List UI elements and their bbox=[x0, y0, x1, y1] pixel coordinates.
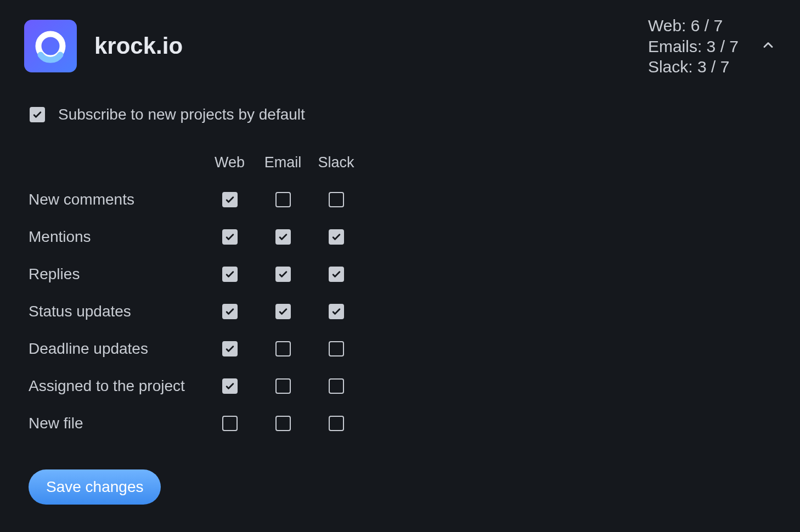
email-checkbox[interactable] bbox=[275, 229, 291, 245]
web-checkbox[interactable] bbox=[222, 304, 238, 319]
table-row: Mentions bbox=[29, 228, 776, 246]
table-row: Assigned to the project bbox=[29, 377, 776, 395]
summary-web: Web: 6 / 7 bbox=[648, 15, 739, 36]
table-row: New file bbox=[29, 415, 776, 432]
summary-slack: Slack: 3 / 7 bbox=[648, 56, 739, 77]
subscribe-default-label: Subscribe to new projects by default bbox=[58, 106, 305, 123]
column-email: Email bbox=[256, 154, 309, 171]
cell-slack bbox=[309, 229, 363, 245]
subscribe-default-row: Subscribe to new projects by default bbox=[30, 106, 776, 123]
email-checkbox[interactable] bbox=[275, 304, 291, 319]
cell-email bbox=[256, 229, 309, 245]
table-row: Status updates bbox=[29, 303, 776, 320]
row-label: Status updates bbox=[29, 303, 203, 320]
brand-name: krock.io bbox=[94, 33, 183, 59]
slack-checkbox[interactable] bbox=[329, 267, 344, 282]
cell-email bbox=[256, 192, 309, 207]
collapse-toggle[interactable] bbox=[760, 37, 776, 55]
table-header: Web Email Slack bbox=[29, 154, 776, 171]
cell-web bbox=[203, 267, 256, 282]
cell-slack bbox=[309, 416, 363, 431]
web-checkbox[interactable] bbox=[222, 229, 238, 245]
brand-logo-icon bbox=[33, 29, 68, 64]
slack-checkbox[interactable] bbox=[329, 341, 344, 356]
table-row: Deadline updates bbox=[29, 340, 776, 358]
cell-web bbox=[203, 192, 256, 207]
cell-email bbox=[256, 341, 309, 356]
cell-slack bbox=[309, 192, 363, 207]
table-row: Replies bbox=[29, 265, 776, 283]
email-checkbox[interactable] bbox=[275, 192, 291, 207]
email-checkbox[interactable] bbox=[275, 341, 291, 356]
cell-web bbox=[203, 304, 256, 319]
cell-email bbox=[256, 416, 309, 431]
row-label: New comments bbox=[29, 191, 203, 208]
cell-slack bbox=[309, 341, 363, 356]
slack-checkbox[interactable] bbox=[329, 416, 344, 431]
email-checkbox[interactable] bbox=[275, 267, 291, 282]
web-checkbox[interactable] bbox=[222, 378, 238, 394]
header: krock.io Web: 6 / 7 Emails: 3 / 7 Slack:… bbox=[24, 15, 776, 77]
row-label: Deadline updates bbox=[29, 340, 203, 358]
summary-emails: Emails: 3 / 7 bbox=[648, 36, 739, 57]
web-checkbox[interactable] bbox=[222, 416, 238, 431]
summary-counts: Web: 6 / 7 Emails: 3 / 7 Slack: 3 / 7 bbox=[648, 15, 739, 77]
slack-checkbox[interactable] bbox=[329, 229, 344, 245]
cell-email bbox=[256, 378, 309, 394]
table-row: New comments bbox=[29, 191, 776, 208]
email-checkbox[interactable] bbox=[275, 378, 291, 394]
notification-table: Web Email Slack New commentsMentionsRepl… bbox=[29, 154, 776, 432]
cell-slack bbox=[309, 304, 363, 319]
slack-checkbox[interactable] bbox=[329, 304, 344, 319]
column-slack: Slack bbox=[309, 154, 363, 171]
summary-panel: Web: 6 / 7 Emails: 3 / 7 Slack: 3 / 7 bbox=[648, 15, 776, 77]
cell-email bbox=[256, 304, 309, 319]
cell-email bbox=[256, 267, 309, 282]
row-label: Mentions bbox=[29, 228, 203, 246]
subscribe-default-checkbox[interactable] bbox=[30, 107, 45, 122]
web-checkbox[interactable] bbox=[222, 267, 238, 282]
row-label: Replies bbox=[29, 265, 203, 283]
column-web: Web bbox=[203, 154, 256, 171]
email-checkbox[interactable] bbox=[275, 416, 291, 431]
chevron-up-icon bbox=[760, 37, 776, 53]
save-button[interactable]: Save changes bbox=[29, 469, 161, 505]
brand-logo bbox=[24, 20, 77, 72]
cell-web bbox=[203, 416, 256, 431]
web-checkbox[interactable] bbox=[222, 341, 238, 356]
cell-slack bbox=[309, 267, 363, 282]
cell-web bbox=[203, 378, 256, 394]
cell-web bbox=[203, 341, 256, 356]
slack-checkbox[interactable] bbox=[329, 378, 344, 394]
slack-checkbox[interactable] bbox=[329, 192, 344, 207]
row-label: New file bbox=[29, 415, 203, 432]
cell-web bbox=[203, 229, 256, 245]
web-checkbox[interactable] bbox=[222, 192, 238, 207]
row-label: Assigned to the project bbox=[29, 377, 203, 395]
cell-slack bbox=[309, 378, 363, 394]
brand: krock.io bbox=[24, 20, 183, 72]
